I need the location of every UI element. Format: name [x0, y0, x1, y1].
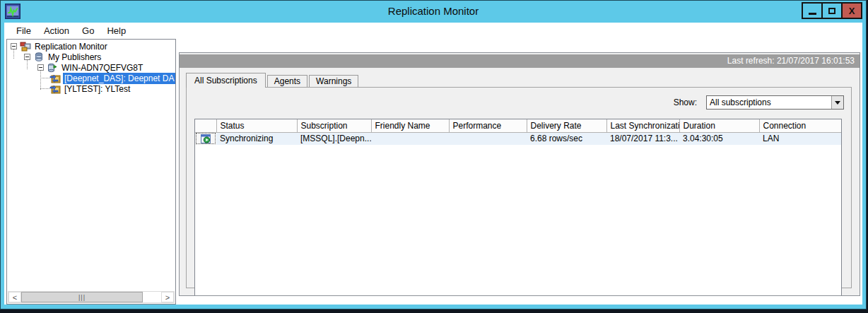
show-dropdown[interactable]: All subscriptions — [706, 95, 844, 110]
expander-minus-icon[interactable] — [24, 54, 30, 60]
tree-item-publication-yltest[interactable]: [YLTEST]: YLTest — [7, 83, 175, 94]
tab-all-subscriptions[interactable]: All Subscriptions — [186, 73, 266, 88]
main-area: Replication Monitor My Publishers — [4, 38, 862, 305]
table-header-row: Status Subscription Friendly Name Perfor… — [195, 119, 841, 132]
subscriptions-grid: Status Subscription Friendly Name Perfor… — [194, 119, 842, 296]
expander-minus-icon[interactable] — [11, 43, 17, 49]
tree-item-label: [YLTEST]: YLTest — [63, 83, 131, 95]
close-button[interactable]: X — [841, 2, 862, 19]
tree-item-publisher-server[interactable]: WIN-ADN7QEFVG8T — [7, 62, 175, 73]
tree-item-label: WIN-ADN7QEFVG8T — [60, 62, 144, 73]
column-header-connection[interactable]: Connection — [759, 119, 841, 132]
subscription-value: [MSSQL].[Deepn... — [297, 132, 371, 145]
expander-minus-icon[interactable] — [37, 64, 44, 71]
chevron-down-icon — [835, 101, 840, 105]
subscriptions-table: Status Subscription Friendly Name Perfor… — [195, 119, 842, 145]
titlebar[interactable]: Replication Monitor X — [1, 1, 866, 22]
tree-horizontal-scrollbar[interactable]: < ||| > — [8, 291, 175, 303]
replication-monitor-window: Replication Monitor X File Action Go — [0, 0, 867, 309]
table-row[interactable]: Synchronizing [MSSQL].[Deepn... 6.68 row… — [195, 132, 841, 145]
scroll-right-icon[interactable]: > — [161, 292, 174, 302]
tree-item-label: My Publishers — [47, 52, 102, 63]
tab-warnings[interactable]: Warnings — [309, 75, 358, 87]
tab-page-all-subscriptions: Show: All subscriptions — [186, 87, 852, 288]
publishers-icon — [33, 52, 45, 62]
menu-file[interactable]: File — [10, 24, 37, 37]
maximize-icon — [828, 8, 835, 14]
duration-value: 3.04:30:05 — [679, 132, 759, 145]
menu-action[interactable]: Action — [37, 24, 76, 37]
content-panel: Last refresh: 21/07/2017 16:01:53 All Su… — [179, 52, 860, 296]
column-header-icon[interactable] — [195, 119, 216, 132]
tree: Replication Monitor My Publishers — [7, 40, 175, 94]
column-header-performance[interactable]: Performance — [449, 119, 527, 132]
scroll-left-icon[interactable]: < — [8, 292, 21, 302]
menu-go[interactable]: Go — [76, 24, 100, 37]
publisher-server-icon — [47, 63, 58, 73]
friendly-name-value — [371, 132, 449, 145]
client-area: File Action Go Help — [4, 23, 862, 305]
column-header-last-synchronization[interactable]: Last Synchronization — [606, 119, 679, 132]
screen: Replication Monitor X File Action Go — [0, 0, 868, 313]
tree-connector-stub — [40, 88, 49, 89]
window-title: Replication Monitor — [1, 1, 866, 22]
show-label: Show: — [674, 98, 697, 107]
tree-panel: Replication Monitor My Publishers — [6, 39, 176, 305]
publication-icon — [49, 84, 61, 94]
column-header-delivery-rate[interactable]: Delivery Rate — [527, 119, 606, 132]
tree-item-label: [Deepnet_DAS]: Deepnet DA — [63, 73, 175, 84]
scrollbar-thumb[interactable]: ||| — [21, 292, 143, 302]
menu-help[interactable]: Help — [100, 24, 132, 37]
window-controls: X — [803, 2, 862, 19]
tree-connector-stub — [40, 78, 49, 78]
menu-bar: File Action Go Help — [4, 23, 862, 38]
tree-item-label: Replication Monitor — [33, 41, 109, 52]
show-dropdown-value: All subscriptions — [707, 98, 831, 107]
tree-item-my-publishers[interactable]: My Publishers — [7, 52, 175, 62]
replication-monitor-icon — [20, 42, 31, 52]
column-header-friendly-name[interactable]: Friendly Name — [371, 119, 449, 132]
tab-strip: All Subscriptions Agents Warnings — [186, 73, 360, 87]
tree-item-replication-monitor[interactable]: Replication Monitor — [7, 41, 175, 52]
status-value: Synchronizing — [216, 132, 297, 145]
column-header-status[interactable]: Status — [216, 119, 297, 132]
tab-agents[interactable]: Agents — [267, 75, 307, 87]
scrollbar-track[interactable] — [143, 292, 161, 302]
tree-item-publication-deepnet[interactable]: [Deepnet_DAS]: Deepnet DA — [7, 73, 175, 83]
maximize-button[interactable] — [821, 2, 843, 19]
dropdown-button[interactable] — [831, 96, 843, 109]
performance-value — [449, 132, 527, 145]
last-synchronization-value: 18/07/2017 11:3... — [606, 132, 679, 145]
minimize-icon — [809, 13, 816, 15]
connection-value: LAN — [759, 132, 841, 145]
status-cell[interactable] — [195, 132, 216, 145]
minimize-button[interactable] — [802, 2, 823, 19]
delivery-rate-value: 6.68 rows/sec — [527, 132, 606, 145]
synchronizing-icon — [201, 134, 211, 143]
close-icon: X — [849, 6, 855, 16]
column-header-duration[interactable]: Duration — [679, 119, 759, 132]
show-filter: Show: All subscriptions — [674, 95, 844, 110]
column-header-subscription[interactable]: Subscription — [297, 119, 371, 132]
publication-icon — [49, 73, 61, 83]
last-refresh-bar: Last refresh: 21/07/2017 16:01:53 — [180, 54, 860, 68]
